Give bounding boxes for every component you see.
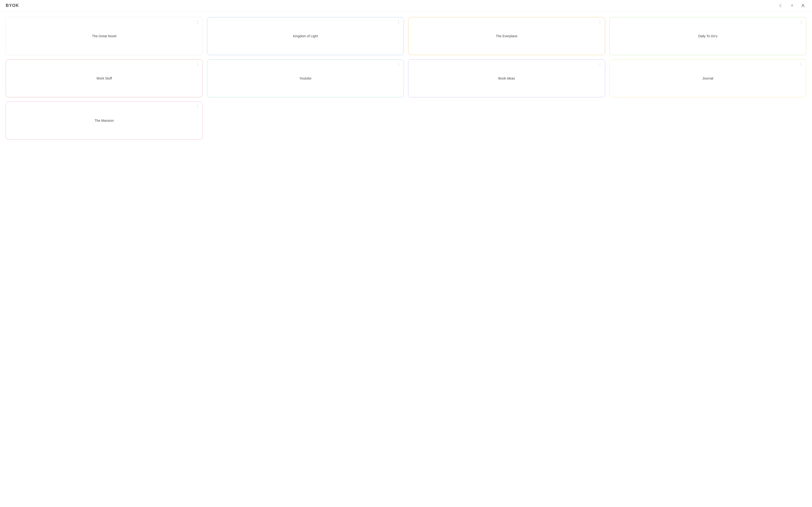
theme-toggle-icon[interactable]: ☾: [778, 2, 784, 9]
card-menu-journal[interactable]: ⋮: [799, 62, 803, 66]
card-menu-book-ideas[interactable]: ⋮: [598, 62, 602, 66]
card-title-the-everplane: The Everplane: [496, 34, 518, 38]
card-menu-youtube[interactable]: ⋮: [397, 62, 401, 66]
card-work-stuff[interactable]: ⋮Work Stuff: [6, 59, 203, 97]
main-content: ⋮The Great Novel⋮Kingdom of Light⋮The Ev…: [0, 11, 812, 145]
card-journal[interactable]: ⋮Journal: [609, 59, 807, 97]
user-icon[interactable]: [800, 2, 806, 9]
cards-grid: ⋮The Great Novel⋮Kingdom of Light⋮The Ev…: [6, 17, 806, 139]
add-icon[interactable]: +: [789, 2, 795, 9]
card-title-daily-todos: Daily To Do's: [698, 34, 717, 38]
card-the-great-novel[interactable]: ⋮The Great Novel: [6, 17, 203, 55]
svg-point-0: [802, 4, 804, 6]
card-menu-the-great-novel[interactable]: ⋮: [196, 20, 200, 24]
card-title-the-mansion: The Mansion: [95, 119, 114, 122]
card-youtube[interactable]: ⋮Youtube: [207, 59, 404, 97]
app-header: BYOK ☾ +: [0, 0, 812, 11]
card-the-everplane[interactable]: ⋮The Everplane: [408, 17, 605, 55]
card-book-ideas[interactable]: ⋮Book Ideas: [408, 59, 605, 97]
card-title-book-ideas: Book Ideas: [498, 76, 515, 80]
card-daily-todos[interactable]: ⋮Daily To Do's: [609, 17, 807, 55]
app-logo: BYOK: [6, 3, 19, 8]
card-menu-the-everplane[interactable]: ⋮: [598, 20, 602, 24]
card-title-kingdom-of-light: Kingdom of Light: [293, 34, 318, 38]
card-title-work-stuff: Work Stuff: [96, 76, 112, 80]
header-actions: ☾ +: [778, 2, 806, 9]
card-menu-daily-todos[interactable]: ⋮: [799, 20, 803, 24]
card-the-mansion[interactable]: ⋮The Mansion: [6, 102, 203, 139]
card-menu-work-stuff[interactable]: ⋮: [196, 62, 200, 66]
card-title-the-great-novel: The Great Novel: [92, 34, 116, 38]
card-kingdom-of-light[interactable]: ⋮Kingdom of Light: [207, 17, 404, 55]
card-title-journal: Journal: [702, 76, 713, 80]
card-menu-the-mansion[interactable]: ⋮: [196, 104, 200, 109]
card-title-youtube: Youtube: [300, 76, 312, 80]
card-menu-kingdom-of-light[interactable]: ⋮: [397, 20, 401, 24]
